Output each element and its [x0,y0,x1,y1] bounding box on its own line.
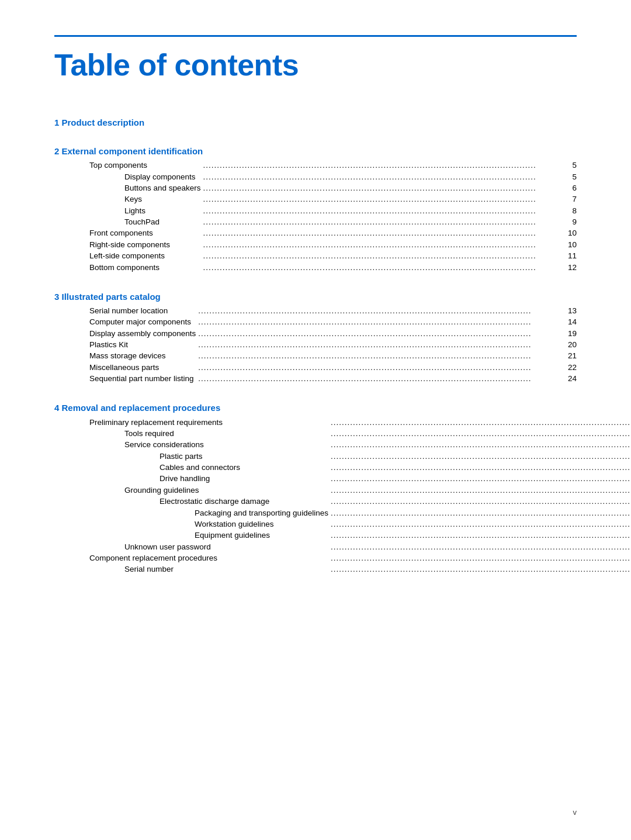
table-row: Preliminary replacement requirements....… [54,416,631,427]
entry-label: Keys [54,195,142,203]
entry-page: 13 [560,305,577,316]
entry-dots: ........................................… [198,373,560,384]
entry-dots: ........................................… [331,473,631,484]
toc-container: 1 Product description2 External componen… [54,117,577,575]
entry-label: Plastics Kit [54,340,128,349]
entry-label: Display components [54,172,196,181]
section-2-table: Top components..........................… [54,160,577,273]
section-3-table: Serial number location..................… [54,305,577,385]
entry-label: Sequential part number listing [54,374,194,383]
table-row: Sequential part number listing..........… [54,373,577,384]
entry-label: Plastic parts [54,452,203,461]
table-row: Display components......................… [54,171,577,182]
entry-label: Miscellaneous parts [54,363,159,372]
entry-dots: ........................................… [203,239,560,250]
table-row: Packaging and transporting guidelines...… [54,507,631,518]
entry-dots: ........................................… [203,171,560,182]
footer-page-number: v [573,808,577,817]
entry-label: Left-side components [54,251,165,260]
table-row: Keys....................................… [54,193,577,205]
table-row: Component replacement procedures........… [54,552,631,564]
entry-dots: ........................................… [331,507,631,518]
table-row: Buttons and speakers....................… [54,182,577,193]
table-row: TouchPad................................… [54,216,577,227]
table-row: Lights..................................… [54,205,577,216]
entry-dots: ........................................… [198,328,560,339]
entry-dots: ........................................… [203,205,560,216]
entry-dots: ........................................… [331,451,631,462]
entry-page: 24 [560,373,577,384]
table-row: Mass storage devices....................… [54,350,577,361]
entry-page: 10 [560,239,577,250]
entry-dots: ........................................… [203,160,560,171]
entry-label: Preliminary replacement requirements [54,418,223,427]
entry-label: Tools required [54,429,174,438]
entry-dots: ........................................… [198,339,560,350]
entry-label: Computer major components [54,317,191,326]
entry-page: 21 [560,350,577,361]
section-1: 1 Product description [54,117,577,127]
table-row: Drive handling..........................… [54,473,631,484]
entry-page: 12 [560,261,577,272]
table-row: Top components..........................… [54,160,577,171]
section-heading-4: 4 Removal and replacement procedures [54,403,577,413]
table-row: Plastics Kit............................… [54,339,577,350]
table-row: Bottom components.......................… [54,261,577,272]
entry-dots: ........................................… [331,496,631,507]
entry-page: 6 [560,182,577,193]
entry-page: 7 [560,193,577,205]
table-row: Serial number...........................… [54,564,631,575]
table-row: Service considerations..................… [54,439,631,450]
entry-page: 11 [560,250,577,261]
entry-page: 14 [560,316,577,327]
section-4-table: Preliminary replacement requirements....… [54,416,631,575]
section-heading-1: 1 Product description [54,117,577,127]
entry-label: Electrostatic discharge damage [54,497,269,506]
table-row: Grounding guidelines....................… [54,485,631,496]
table-row: Cables and connectors...................… [54,462,631,473]
entry-page: 20 [560,339,577,350]
entry-label: Service considerations [54,440,204,449]
entry-dots: ........................................… [203,193,560,205]
table-row: Equipment guidelines....................… [54,530,631,541]
page-title: Table of contents [54,47,577,82]
entry-dots: ........................................… [203,250,560,261]
entry-label: Bottom components [54,263,160,272]
entry-label: Buttons and speakers [54,184,201,192]
table-row: Left-side components....................… [54,250,577,261]
entry-page: 22 [560,362,577,373]
entry-label: Top components [54,161,147,170]
entry-dots: ........................................… [198,350,560,361]
entry-dots: ........................................… [331,439,631,450]
entry-page: 5 [560,160,577,171]
entry-label: Right-side components [54,240,170,249]
entry-dots: ........................................… [203,227,560,238]
entry-label: Unknown user password [54,542,211,551]
entry-dots: ........................................… [331,530,631,541]
entry-dots: ........................................… [331,564,631,575]
entry-dots: ........................................… [331,462,631,473]
table-row: Miscellaneous parts.....................… [54,362,577,373]
entry-dots: ........................................… [331,416,631,427]
table-row: Computer major components...............… [54,316,577,327]
entry-label: Packaging and transporting guidelines [54,509,328,517]
table-row: Tools required..........................… [54,428,631,439]
entry-dots: ........................................… [198,362,560,373]
table-row: Unknown user password...................… [54,541,631,552]
entry-dots: ........................................… [331,552,631,564]
entry-label: Front components [54,229,153,237]
entry-dots: ........................................… [203,182,560,193]
entry-page: 5 [560,171,577,182]
entry-dots: ........................................… [331,518,631,530]
entry-label: Serial number location [54,306,168,315]
top-rule [54,35,577,37]
entry-dots: ........................................… [331,485,631,496]
table-row: Right-side components...................… [54,239,577,250]
entry-label: Grounding guidelines [54,486,199,495]
entry-dots: ........................................… [198,305,560,316]
entry-label: Drive handling [54,474,210,483]
entry-page: 19 [560,328,577,339]
entry-dots: ........................................… [331,428,631,439]
table-row: Workstation guidelines..................… [54,518,631,530]
entry-page: 8 [560,205,577,216]
